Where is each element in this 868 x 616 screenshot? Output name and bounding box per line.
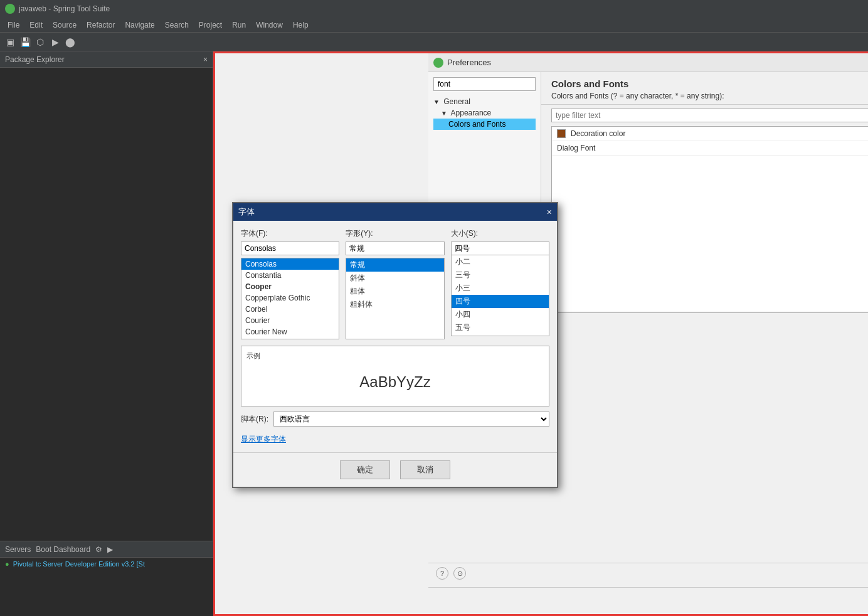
- server-icon: ●: [5, 560, 9, 568]
- menu-window[interactable]: Window: [251, 19, 288, 31]
- font-family-list[interactable]: Consolas Constantia Cooper Copperplate G…: [241, 258, 339, 339]
- menu-source[interactable]: Source: [48, 19, 82, 31]
- title-bar: javaweb - Spring Tool Suite: [0, 0, 868, 18]
- font-size-list[interactable]: 小二 三号 小三 四号 小四 五号 小五: [451, 255, 549, 336]
- menu-edit[interactable]: Edit: [24, 19, 48, 31]
- font-style-input[interactable]: [346, 242, 444, 255]
- font-list-item-copperplate[interactable]: Copperplate Gothic: [241, 292, 339, 304]
- list-item-decoration[interactable]: Decoration color: [552, 127, 868, 141]
- menu-file[interactable]: File: [3, 19, 24, 31]
- font-size-item-xiao-wu[interactable]: 小五: [452, 334, 549, 336]
- pref-filter-input[interactable]: [551, 109, 868, 122]
- toolbar-btn-2[interactable]: 💾: [18, 35, 32, 49]
- package-explorer-close[interactable]: ×: [203, 55, 208, 64]
- toolbar-btn-4[interactable]: ▶: [48, 35, 62, 49]
- font-list-item-cooper[interactable]: Cooper: [241, 281, 339, 292]
- font-columns: 字体(F): Consolas Constantia Cooper Copper…: [241, 228, 549, 339]
- servers-icon-2[interactable]: ▶: [107, 545, 113, 554]
- font-style-item-bold-italic[interactable]: 粗斜体: [346, 298, 443, 311]
- toolbar-btn-3[interactable]: ⬡: [33, 35, 47, 49]
- menu-navigate[interactable]: Navigate: [120, 19, 159, 31]
- font-dialog: 字体 × 字体(F): Consolas Constantia Cooper C…: [232, 202, 558, 488]
- font-size-label: 大小(S):: [451, 228, 549, 239]
- preferences-icon: [433, 58, 443, 68]
- font-cancel-button[interactable]: 取消: [400, 460, 450, 479]
- font-size-item-xiao-si[interactable]: 小四: [452, 308, 549, 321]
- font-size-item-wu-hao[interactable]: 五号: [452, 321, 549, 334]
- font-style-column: 字形(Y): 常规 斜体 粗体 粗斜体: [346, 228, 444, 339]
- script-label: 脚本(R):: [241, 414, 268, 425]
- font-family-column: 字体(F): Consolas Constantia Cooper Copper…: [241, 228, 339, 339]
- font-list-item-corbel[interactable]: Corbel: [241, 304, 339, 315]
- font-confirm-button[interactable]: 确定: [340, 460, 390, 479]
- toolbar: ▣ 💾 ⬡ ▶ ⬤: [0, 33, 868, 51]
- spring-icon: [5, 4, 15, 14]
- decoration-color-label: Decoration color: [571, 129, 625, 138]
- font-style-item-bold[interactable]: 粗体: [346, 285, 443, 298]
- font-dialog-close-button[interactable]: ×: [547, 207, 552, 217]
- toolbar-btn-1[interactable]: ▣: [3, 35, 17, 49]
- preferences-search-input[interactable]: [433, 77, 536, 91]
- tree-item-colors-and-fonts[interactable]: Colors and Fonts: [433, 119, 536, 130]
- font-sample-area: 示例 AaBbYyZz: [241, 346, 549, 406]
- title-bar-text: javaweb - Spring Tool Suite: [19, 4, 110, 13]
- font-size-input[interactable]: [451, 242, 549, 255]
- dialog-font-label: Dialog Font: [557, 144, 595, 152]
- preferences-title: Preferences: [447, 58, 868, 67]
- tree-label-appearance: Appearance: [451, 109, 492, 117]
- font-dialog-body: 字体(F): Consolas Constantia Cooper Copper…: [233, 221, 557, 452]
- show-more-fonts-link[interactable]: 显示更多字体: [241, 434, 549, 445]
- font-list-item-courier-new[interactable]: Courier New: [241, 326, 339, 337]
- servers-icon-1[interactable]: ⚙: [95, 545, 102, 554]
- font-list-item-courier[interactable]: Courier: [241, 315, 339, 326]
- tree-label-general: General: [443, 97, 470, 106]
- font-dialog-buttons: 确定 取消: [233, 452, 557, 487]
- content-header: Colors and Fonts Colors and Fonts (? = a…: [541, 72, 868, 105]
- menu-help[interactable]: Help: [288, 19, 314, 31]
- sample-text: AaBbYyZz: [246, 363, 544, 401]
- font-family-input[interactable]: [241, 242, 339, 255]
- preferences-bottom-bar: Apply and Close Cancel: [428, 587, 868, 614]
- menu-run[interactable]: Run: [227, 19, 251, 31]
- font-size-item-xiao-er[interactable]: 小二: [452, 255, 549, 268]
- server-label: Pivotal tc Server Developer Edition v3.2…: [13, 560, 145, 568]
- decoration-color-swatch: [557, 129, 566, 138]
- menu-refactor[interactable]: Refactor: [82, 19, 120, 31]
- font-dialog-title-bar: 字体 ×: [233, 203, 557, 221]
- font-list-item-consolas-selected[interactable]: Consolas: [241, 258, 339, 270]
- server-item: ● Pivotal tc Server Developer Edition v3…: [0, 558, 213, 570]
- font-script-row: 脚本(R): 西欧语言: [241, 412, 549, 427]
- help-info-icon[interactable]: ⊙: [453, 567, 466, 580]
- font-size-item-xiao-san[interactable]: 小三: [452, 282, 549, 295]
- menu-project[interactable]: Project: [194, 19, 227, 31]
- tree-label-colors-and-fonts: Colors and Fonts: [448, 120, 505, 129]
- package-explorer-tab[interactable]: Package Explorer ×: [0, 51, 213, 68]
- script-select[interactable]: 西欧语言: [273, 412, 549, 427]
- font-size-item-san-hao[interactable]: 三号: [452, 268, 549, 282]
- content-title: Colors and Fonts: [551, 78, 868, 89]
- sample-label: 示例: [246, 351, 544, 361]
- preferences-title-bar: Preferences ─ □ ×: [428, 53, 868, 72]
- servers-label[interactable]: Servers: [5, 545, 31, 554]
- help-icons-row: ? ⊙ Restore Defaults Apply: [428, 563, 868, 587]
- expand-arrow-appearance: ▼: [441, 110, 447, 117]
- menu-bar: File Edit Source Refactor Navigate Searc…: [0, 18, 868, 33]
- toolbar-btn-5[interactable]: ⬤: [63, 35, 77, 49]
- pref-list-area: Decoration color Dialog Font: [551, 126, 868, 312]
- font-style-label: 字形(Y):: [346, 228, 444, 239]
- list-item-dialog-font[interactable]: Dialog Font: [552, 141, 868, 156]
- font-size-column: 大小(S): 小二 三号 小三 四号 小四 五号 小五: [451, 228, 549, 339]
- package-explorer-label: Package Explorer: [5, 55, 203, 64]
- font-list-item-constantia[interactable]: Constantia: [241, 270, 339, 281]
- font-size-item-si-hao[interactable]: 四号: [452, 295, 549, 308]
- help-question-icon[interactable]: ?: [436, 567, 448, 580]
- servers-tab: Servers Boot Dashboard ⚙ ▶: [0, 541, 213, 558]
- font-style-list[interactable]: 常规 斜体 粗体 粗斜体: [346, 258, 444, 339]
- tree-item-appearance[interactable]: ▼ Appearance: [433, 107, 536, 119]
- tree-item-general[interactable]: ▼ General: [433, 96, 536, 107]
- font-dialog-title-text: 字体: [238, 206, 255, 218]
- boot-dashboard-label[interactable]: Boot Dashboard: [36, 545, 90, 554]
- menu-search[interactable]: Search: [160, 19, 194, 31]
- font-style-item-regular[interactable]: 常规: [346, 258, 443, 272]
- font-style-item-italic[interactable]: 斜体: [346, 272, 443, 285]
